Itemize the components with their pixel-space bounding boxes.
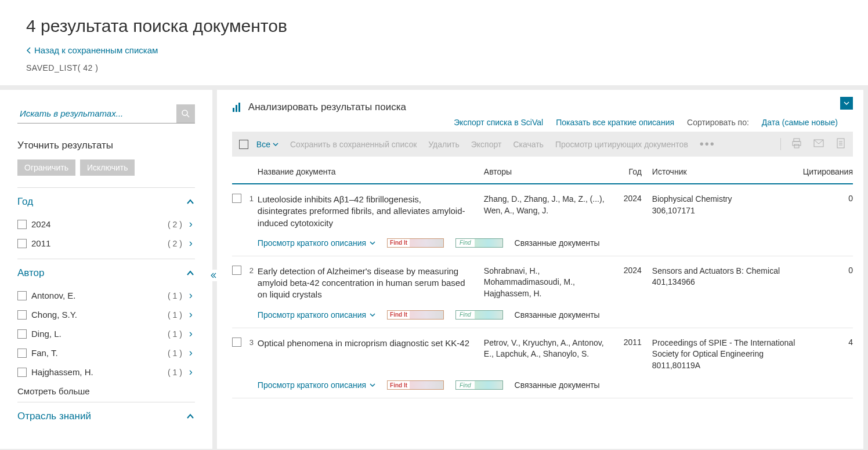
- result-row: 1 Luteoloside inhibits Aβ1–42 fibrilloge…: [232, 184, 853, 256]
- document-source[interactable]: Sensors and Actuators B: Chemical401,134…: [652, 266, 803, 301]
- search-within-container: [17, 104, 195, 124]
- svg-rect-3: [236, 105, 237, 112]
- download-action[interactable]: Скачать: [513, 140, 544, 149]
- checkbox[interactable]: [17, 220, 27, 229]
- facet-count: ( 1 ): [168, 368, 182, 377]
- export-scival-link[interactable]: Экспорт списка в SciVal: [454, 118, 543, 127]
- save-to-list-action[interactable]: Сохранить в сохраненный список: [290, 140, 417, 149]
- show-more-authors[interactable]: Смотреть больше: [17, 386, 195, 396]
- row-checkbox[interactable]: [232, 338, 241, 347]
- search-within-input[interactable]: [17, 104, 176, 123]
- checkbox[interactable]: [17, 239, 27, 248]
- find-it-badge[interactable]: Find It: [387, 238, 444, 248]
- column-title: Название документа: [258, 167, 484, 176]
- document-citations[interactable]: 0: [803, 194, 853, 229]
- related-documents-link[interactable]: Связанные документы: [515, 238, 600, 248]
- svg-point-0: [182, 110, 187, 115]
- svg-rect-2: [233, 108, 234, 112]
- results-panel: Анализировать результаты поиска Экспорт …: [217, 90, 863, 449]
- document-authors[interactable]: Sohrabnavi, H., Mohammadimasoudi, M., Ha…: [484, 266, 617, 301]
- more-actions[interactable]: •••: [700, 137, 715, 151]
- result-row: 3 Optical phenomena in microprism diagno…: [232, 328, 853, 399]
- facet-expand-arrow[interactable]: ›: [187, 289, 195, 302]
- view-abstract-link[interactable]: Просмотр краткого описания: [258, 380, 375, 390]
- document-year: 2024: [617, 194, 652, 229]
- delete-action[interactable]: Удалить: [428, 140, 459, 149]
- select-all-container: Все: [239, 140, 279, 149]
- facet-row: Hajghassem, H. ( 1 ) ›: [17, 362, 195, 382]
- results-table-header: Название документа Авторы Год Источник Ц…: [232, 157, 853, 184]
- chevron-down-icon: [370, 240, 375, 246]
- facet-row: Fan, T. ( 1 ) ›: [17, 343, 195, 362]
- find-it-badge[interactable]: Find It: [387, 310, 444, 320]
- find-badge[interactable]: Find: [455, 380, 502, 390]
- facet-count: ( 1 ): [168, 329, 182, 339]
- view-citing-action[interactable]: Просмотр цитирующих документов: [555, 140, 688, 149]
- show-all-abstracts-link[interactable]: Показать все краткие описания: [556, 118, 674, 127]
- facet-label: Chong, S.Y.: [31, 310, 168, 320]
- chevron-down-icon: [370, 382, 375, 388]
- sort-value[interactable]: Дата (самые новые): [762, 118, 838, 127]
- checkbox[interactable]: [17, 329, 27, 339]
- main-content: Уточнить результаты Ограничить Исключить…: [0, 90, 868, 449]
- row-checkbox[interactable]: [232, 194, 241, 203]
- facet-author-header[interactable]: Автор: [17, 267, 195, 279]
- collapse-sidebar-tab[interactable]: [210, 270, 217, 281]
- page-title: 4 результата поиска документов: [26, 16, 842, 36]
- export-action[interactable]: Экспорт: [471, 140, 502, 149]
- svg-rect-4: [238, 103, 240, 112]
- facet-expand-arrow[interactable]: ›: [187, 328, 195, 340]
- analyze-row[interactable]: Анализировать результаты поиска: [232, 101, 853, 113]
- find-badge[interactable]: Find: [455, 310, 502, 320]
- search-within-button[interactable]: [176, 104, 195, 123]
- document-source[interactable]: Proceedings of SPIE - The International …: [652, 338, 803, 372]
- sort-dropdown-toggle[interactable]: [840, 97, 853, 110]
- document-authors[interactable]: Petrov, V., Kryuchyn, A., Antonov, E., L…: [484, 338, 617, 372]
- document-citations[interactable]: 0: [803, 266, 853, 301]
- document-citations[interactable]: 4: [803, 338, 853, 372]
- facet-row: 2011 ( 2 ) ›: [17, 234, 195, 253]
- facet-expand-arrow[interactable]: ›: [187, 309, 195, 321]
- select-all-checkbox[interactable]: [239, 140, 248, 149]
- checkbox[interactable]: [17, 291, 27, 300]
- checkbox[interactable]: [17, 349, 27, 358]
- document-year: 2024: [617, 266, 652, 301]
- find-badge[interactable]: Find: [455, 238, 502, 248]
- document-authors[interactable]: Zhang, D., Zhang, J., Ma, Z., (...), Wen…: [484, 194, 617, 229]
- facet-expand-arrow[interactable]: ›: [187, 237, 195, 249]
- view-abstract-link[interactable]: Просмотр краткого описания: [258, 310, 375, 320]
- limit-button[interactable]: Ограничить: [17, 159, 75, 176]
- result-row: 2 Early detection of Alzheimer's disease…: [232, 256, 853, 328]
- view-abstract-link[interactable]: Просмотр краткого описания: [258, 238, 375, 248]
- back-to-lists-link[interactable]: Назад к сохраненным спискам: [26, 45, 158, 55]
- document-title[interactable]: Luteoloside inhibits Aβ1–42 fibrillogene…: [258, 194, 484, 229]
- related-documents-link[interactable]: Связанные документы: [515, 380, 600, 390]
- facet-year-header[interactable]: Год: [17, 196, 195, 208]
- chevron-down-icon: [273, 141, 279, 147]
- email-button[interactable]: [813, 138, 824, 150]
- filter-sidebar: Уточнить результаты Ограничить Исключить…: [0, 90, 212, 449]
- exclude-button[interactable]: Исключить: [80, 159, 135, 176]
- select-all-dropdown[interactable]: Все: [256, 140, 279, 149]
- printer-icon: [791, 138, 802, 148]
- facet-expand-arrow[interactable]: ›: [187, 218, 195, 230]
- checkbox[interactable]: [17, 310, 27, 320]
- row-checkbox[interactable]: [232, 266, 241, 275]
- document-source[interactable]: Biophysical Chemistry306,107171: [652, 194, 803, 229]
- print-button[interactable]: [791, 138, 802, 150]
- save-pdf-button[interactable]: [836, 138, 846, 150]
- facet-year: Год 2024 ( 2 ) › 2011 ( 2 ) ›: [17, 187, 195, 259]
- facet-subject-header[interactable]: Отрасль знаний: [17, 411, 195, 422]
- document-title[interactable]: Optical phenomena in microprism diagnost…: [258, 338, 484, 372]
- refine-title: Уточнить результаты: [17, 140, 195, 151]
- facet-expand-arrow[interactable]: ›: [187, 347, 195, 359]
- facet-subject: Отрасль знаний: [17, 402, 195, 435]
- find-it-badge[interactable]: Find It: [387, 380, 444, 390]
- document-icon: [836, 138, 846, 148]
- row-number: 1: [249, 194, 254, 203]
- checkbox[interactable]: [17, 368, 27, 377]
- facet-expand-arrow[interactable]: ›: [187, 366, 195, 378]
- document-title[interactable]: Early detection of Alzheimer's disease b…: [258, 266, 484, 301]
- facet-count: ( 1 ): [168, 310, 182, 320]
- related-documents-link[interactable]: Связанные документы: [515, 310, 600, 320]
